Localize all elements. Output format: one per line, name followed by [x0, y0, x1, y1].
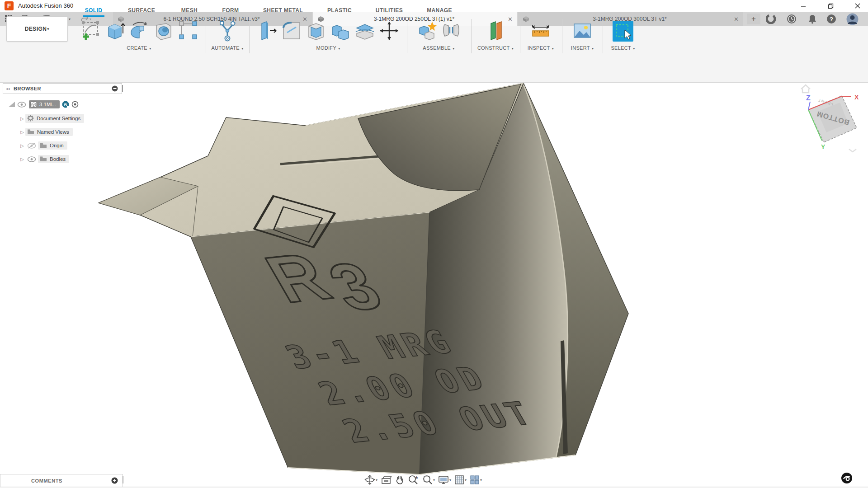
group-separator	[471, 19, 472, 53]
orbit-button[interactable]: ▾	[364, 474, 377, 485]
fit-caret[interactable]: ▾	[433, 478, 435, 482]
viewcube-x-label: X	[854, 94, 859, 101]
look-at-button[interactable]	[381, 475, 392, 485]
automate-icon	[217, 20, 238, 42]
ribbon-tab-manage[interactable]: MANAGE	[427, 7, 452, 14]
fit-icon	[422, 475, 433, 485]
expand-arrow-icon[interactable]: ▷	[19, 116, 25, 121]
browser-resize-handle[interactable]	[122, 85, 123, 92]
construction-plane-button[interactable]	[485, 20, 506, 42]
fit-button[interactable]: ▾	[422, 475, 435, 485]
viewcube-y-label: Y	[821, 143, 826, 150]
group-label-assemble[interactable]: ASSEMBLE ▾	[423, 45, 454, 51]
visibility-eye-icon[interactable]	[27, 156, 36, 162]
browser-item-document-settings[interactable]: ▷ Document Settings	[19, 113, 84, 123]
combine-button[interactable]	[330, 20, 351, 42]
fillet-button[interactable]	[281, 20, 302, 42]
account-avatar[interactable]	[846, 13, 859, 25]
app-title: Autodesk Fusion 360	[18, 2, 73, 9]
notifications-button[interactable]	[807, 14, 817, 24]
press-pull-button[interactable]	[256, 20, 278, 42]
move-button[interactable]	[378, 20, 400, 42]
comments-resize-handle[interactable]	[123, 476, 123, 483]
activate-component-radio[interactable]	[71, 101, 79, 108]
grid-button[interactable]: ▾	[454, 475, 467, 485]
group-label-automate[interactable]: AUTOMATE ▾	[211, 45, 243, 51]
ribbon-group-construct: CONSTRUCT ▾	[473, 18, 518, 51]
ribbon-tab-plastic[interactable]: PLASTIC	[327, 7, 352, 14]
insert-image-button[interactable]	[571, 20, 593, 42]
pan-button[interactable]	[395, 475, 405, 485]
orbit-caret[interactable]: ▾	[376, 478, 377, 482]
browser-item-origin[interactable]: ▷ Origin	[19, 141, 67, 150]
help-button[interactable]: ?	[826, 14, 836, 24]
job-status-button[interactable]	[787, 14, 797, 24]
ribbon-tab-mesh[interactable]: MESH	[181, 7, 198, 14]
add-comment-icon[interactable]	[111, 477, 118, 484]
comments-panel[interactable]: COMMENTS	[0, 474, 123, 487]
combine-icon	[330, 20, 351, 42]
display-caret[interactable]: ▾	[449, 478, 451, 482]
group-label-insert[interactable]: INSERT ▾	[571, 45, 594, 51]
expand-arrow-icon[interactable]: ▷	[19, 130, 25, 135]
shell-icon	[305, 20, 327, 42]
create-sketch-button[interactable]	[80, 20, 101, 42]
rectangular-pattern-button[interactable]	[177, 20, 199, 42]
design-workspace-button[interactable]: DESIGN▾	[6, 16, 68, 42]
viewports-caret[interactable]: ▾	[480, 478, 482, 482]
revolve-button[interactable]	[128, 20, 150, 42]
look-at-icon	[381, 475, 392, 485]
grid-caret[interactable]: ▾	[465, 478, 467, 482]
ribbon-tab-sheet-metal[interactable]: SHEET METAL	[263, 7, 303, 14]
ribbon-tab-form[interactable]: FORM	[222, 7, 239, 14]
browser-item-bodies[interactable]: ▷ Bodies	[19, 154, 69, 164]
collapse-browser-icon[interactable]: ◂◂	[6, 87, 10, 91]
browser-item-named-views[interactable]: ▷ Named Views	[19, 127, 73, 137]
clock-icon	[787, 14, 797, 24]
split-body-icon	[354, 20, 376, 42]
expand-arrow-icon[interactable]: ▷	[19, 157, 25, 162]
close-tab-icon[interactable]: ✕	[734, 16, 739, 23]
model-3-1-merger: R 3 3-1 MRG 2.00 OD 2.50 OUT	[99, 83, 628, 474]
browser-item-label: Bodies	[50, 156, 66, 162]
browser-display-settings-icon[interactable]	[112, 85, 118, 92]
autodesk-assistant-button[interactable]	[840, 472, 853, 484]
extensions-button[interactable]	[766, 14, 776, 24]
ribbon-tab-solid[interactable]: SOLID	[85, 7, 103, 14]
split-body-button[interactable]	[354, 20, 376, 42]
visibility-eye-icon[interactable]	[17, 102, 26, 108]
joint-button[interactable]	[440, 20, 462, 42]
new-tab-button[interactable]: +	[747, 14, 760, 24]
zoom-button[interactable]: ±	[408, 475, 419, 485]
group-label-create[interactable]: CREATE ▾	[127, 45, 151, 51]
new-component-button[interactable]	[416, 20, 438, 42]
hole-button[interactable]	[153, 20, 175, 42]
viewports-button[interactable]: ▾	[470, 475, 482, 485]
group-label-modify[interactable]: MODIFY ▾	[316, 45, 340, 51]
view-cube[interactable]: BOTTOM FRONT X Y Z	[791, 79, 868, 156]
restore-button[interactable]	[821, 1, 840, 11]
select-button[interactable]	[613, 21, 633, 42]
group-label-select[interactable]: SELECT ▾	[611, 45, 635, 51]
display-settings-button[interactable]: ▾	[438, 475, 451, 485]
document-badge: B	[62, 101, 69, 108]
close-button[interactable]	[849, 1, 867, 11]
shell-button[interactable]	[305, 20, 327, 42]
viewcube-z-label: Z	[806, 94, 811, 102]
measure-button[interactable]	[530, 20, 552, 42]
visibility-off-eye-icon[interactable]	[27, 143, 36, 149]
group-label-inspect[interactable]: INSPECT ▾	[528, 45, 554, 51]
minimize-button[interactable]	[794, 1, 812, 11]
ribbon-tab-surface[interactable]: SURFACE	[128, 7, 155, 14]
fusion-app-icon: F	[5, 1, 14, 10]
group-separator	[562, 19, 562, 53]
expand-arrow-icon[interactable]: ▷	[19, 143, 25, 148]
automate-button[interactable]	[217, 20, 238, 42]
viewport-canvas[interactable]: R 3 3-1 MRG 2.00 OD 2.50 OUT	[0, 81, 868, 475]
ribbon-tab-utilities[interactable]: UTILITIES	[376, 7, 403, 14]
group-label-construct[interactable]: CONSTRUCT ▾	[477, 45, 514, 51]
browser-root-item[interactable]: 3-1Ml... B	[8, 99, 79, 109]
extrude-button[interactable]	[104, 20, 126, 42]
pan-hand-icon	[395, 475, 405, 485]
ribbon-group-assemble: ASSEMBLE ▾	[408, 18, 469, 51]
